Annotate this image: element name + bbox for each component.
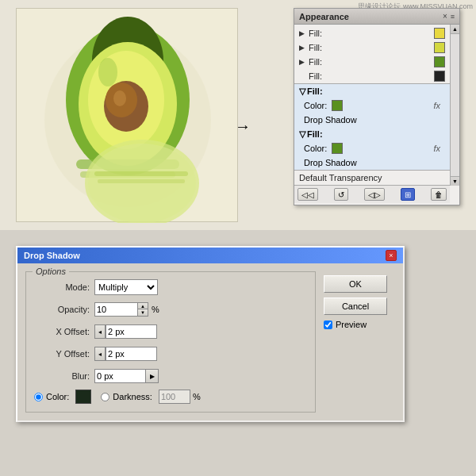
dialog-titlebar: Drop Shadow × [17,248,403,263]
drop-shadow-dialog: Drop Shadow × Options Mode: Multiply Nor… [16,246,405,422]
x-offset-row: X Offset: ◂ [34,323,307,340]
preview-label: Preview [336,320,367,329]
drop-shadow-label-1: Drop Shadow [304,115,357,125]
opacity-spin-down[interactable]: ▼ [138,309,148,316]
fill-header-2[interactable]: ▽ Fill: [294,127,450,141]
fx-label-1: fx [433,101,440,110]
appearance-row-4[interactable]: ▶ Fill: [294,69,450,83]
fx-label-2: fx [433,144,440,153]
footer-btn-reset[interactable]: ↺ [334,188,348,201]
default-transparency-row[interactable]: Default Transparency [294,171,450,185]
fill-swatch-1 [434,28,445,39]
darkness-input[interactable] [159,390,190,404]
x-offset-spinbox: ◂ [94,324,157,339]
color-label-1: Color: [304,101,327,110]
appearance-row-1[interactable]: ▶ Fill: [294,26,450,40]
y-offset-input[interactable] [106,347,157,361]
color-radio[interactable] [34,393,43,401]
options-legend: Options [33,267,69,276]
fill-header-label: Fill: [307,86,323,96]
x-offset-label: X Offset: [34,327,90,336]
opacity-unit: % [152,305,159,314]
panel-close-btn[interactable]: × [443,12,447,21]
blur-input[interactable] [94,369,146,383]
opacity-input[interactable] [94,302,138,317]
mode-row: Mode: Multiply Normal Screen Overlay [34,278,307,296]
fill-swatch-4 [434,71,445,82]
panel-menu-btn[interactable]: ≡ [451,13,455,21]
color-swatch-large[interactable] [75,390,91,404]
fill-header-arrow: ▽ [299,86,305,97]
svg-point-7 [113,90,126,106]
row-arrow-1: ▶ [299,29,307,37]
row-arrow-3: ▶ [299,58,307,66]
avocado-canvas [16,8,238,222]
color-row: Color: Darkness: % [34,390,307,404]
y-offset-row: Y Offset: ◂ [34,345,307,363]
fill-dropshadow-row-2: Drop Shadow [294,155,450,170]
y-offset-arrow-left[interactable]: ◂ [94,347,106,361]
darkness-unit: % [193,392,201,401]
darkness-radio-label[interactable]: Darkness: [101,392,152,401]
blur-arrow-btn[interactable]: ▶ [146,369,159,383]
scroll-down-btn[interactable]: ▼ [451,176,459,186]
y-offset-spinbox: ◂ [94,347,157,361]
blur-row: Blur: ▶ [34,367,307,385]
row-label-1: Fill: [309,29,431,38]
color-label-2: Color: [304,144,327,153]
fill-color-swatch-2[interactable] [332,143,343,154]
svg-rect-14 [98,179,185,183]
top-section: 思缘设计论坛 www.MISSVUAN.com [0,0,476,230]
fill-header-arrow-2: ▽ [299,129,305,140]
panel-scrollbar[interactable]: ▲ ▼ [450,25,459,186]
y-offset-label: Y Offset: [34,349,90,359]
options-group: Options Mode: Multiply Normal Screen Ove… [25,271,316,413]
cancel-button[interactable]: Cancel [324,298,387,315]
fill-active-section: ▽ Fill: Color: fx Drop Shadow ▽ Fill: Co… [294,83,450,171]
fill-color-row-2: Color: fx [294,141,450,155]
footer-btn-delete[interactable]: 🗑 [431,188,447,201]
fill-header-active[interactable]: ▽ Fill: [294,84,450,98]
preview-checkbox[interactable] [324,321,332,329]
fill-swatch-2 [434,42,445,53]
opacity-label: Opacity: [34,305,90,314]
color-text: Color: [46,392,69,401]
opacity-arrows: ▲ ▼ [138,302,148,317]
panel-footer: ◁◁ ↺ ◁▷ ⊞ 🗑 [294,185,450,203]
dialog-title: Drop Shadow [24,251,80,260]
blur-spinbox: ▶ [94,369,159,383]
opacity-spin-up[interactable]: ▲ [138,303,148,309]
svg-point-8 [98,58,117,86]
row-label-4: Fill: [309,71,431,81]
preview-row: Preview [324,320,395,329]
scroll-up-btn[interactable]: ▲ [451,25,459,34]
dialog-close-btn[interactable]: × [386,250,397,261]
footer-btn-back[interactable]: ◁◁ [298,188,318,201]
panel-content: ▶ Fill: ▶ Fill: ▶ Fill: ▶ Fill: [294,25,450,205]
fill-dropshadow-row-1: Drop Shadow [294,113,450,127]
svg-rect-13 [94,171,188,176]
fill-color-swatch-1[interactable] [332,100,343,111]
appearance-panel: Appearance × ≡ ▲ ▼ ▶ Fill: ▶ Fill: [294,8,460,205]
dialog-left: Options Mode: Multiply Normal Screen Ove… [25,271,316,413]
ok-button[interactable]: OK [324,275,387,293]
footer-btn-add[interactable]: ⊞ [401,188,415,201]
x-offset-input[interactable] [106,324,157,339]
mode-select[interactable]: Multiply Normal Screen Overlay [94,279,158,295]
darkness-radio[interactable] [101,393,109,401]
panel-titlebar: Appearance × ≡ [294,9,459,25]
avocado-illustration [33,13,239,223]
bottom-section: Drop Shadow × Options Mode: Multiply Nor… [0,230,476,476]
mode-label: Mode: [34,282,90,292]
footer-btn-nav[interactable]: ◁▷ [364,188,385,201]
opacity-spinbox: ▲ ▼ % [94,302,159,317]
dialog-right: OK Cancel Preview [324,271,395,413]
row-arrow-2: ▶ [299,44,307,52]
color-radio-label[interactable]: Color: [34,392,69,401]
x-offset-arrow-left[interactable]: ◂ [94,324,106,339]
darkness-text: Darkness: [113,392,152,401]
appearance-row-2[interactable]: ▶ Fill: [294,40,450,55]
appearance-row-3[interactable]: ▶ Fill: [294,55,450,69]
blur-label: Blur: [34,371,90,381]
arrow-pointer: → [235,117,251,136]
